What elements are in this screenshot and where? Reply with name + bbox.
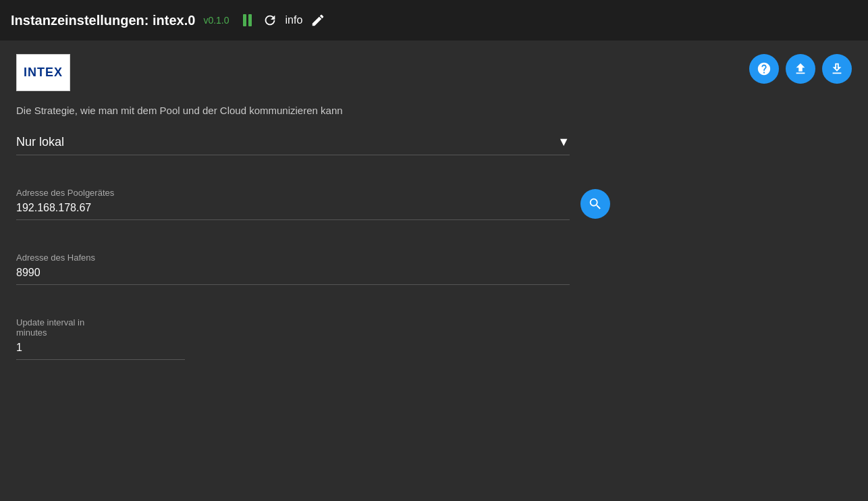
help-button[interactable] [749, 54, 779, 84]
port-address-section: Adresse des Hafens 8990 [16, 253, 852, 285]
update-interval-section: Update interval in minutes 1 [16, 317, 185, 360]
info-label[interactable]: info [286, 14, 303, 26]
port-address-label: Adresse des Hafens [16, 253, 852, 263]
upload-button[interactable] [786, 54, 815, 84]
version-label: v0.1.0 [203, 15, 229, 26]
logo-box: INTEX [16, 54, 70, 91]
pool-address-value[interactable]: 192.168.178.67 [16, 202, 570, 220]
pause-button[interactable] [240, 11, 254, 29]
header: Instanzeinstellungen: intex.0 v0.1.0 inf… [0, 0, 868, 41]
pool-address-row: Adresse des Poolgerätes 192.168.178.67 [16, 188, 852, 220]
strategy-value: Nur lokal [16, 135, 64, 149]
search-button[interactable] [580, 189, 610, 219]
pool-address-field: Adresse des Poolgerätes 192.168.178.67 [16, 188, 570, 220]
update-interval-value[interactable]: 1 [16, 342, 185, 360]
chevron-down-icon: ▼ [558, 135, 570, 149]
page-title: Instanzeinstellungen: intex.0 [11, 13, 195, 28]
pool-address-label: Adresse des Poolgerätes [16, 188, 570, 198]
edit-icon [310, 13, 325, 28]
pool-address-section: Adresse des Poolgerätes 192.168.178.67 [16, 188, 852, 220]
port-address-value[interactable]: 8990 [16, 267, 570, 285]
refresh-button[interactable] [260, 10, 280, 30]
refresh-icon [263, 13, 277, 28]
header-icons: info [240, 10, 329, 30]
strategy-select[interactable]: Nur lokal ▼ [16, 135, 570, 155]
upload-icon [793, 61, 808, 76]
download-button[interactable] [822, 54, 852, 84]
main-content: INTEX Die Strategie, wie man mit dem Poo… [0, 41, 868, 390]
edit-button[interactable] [308, 10, 328, 30]
logo-text: INTEX [24, 65, 63, 80]
logo-area: INTEX [16, 54, 852, 91]
strategy-field: Nur lokal ▼ [16, 135, 852, 155]
action-buttons [749, 54, 852, 84]
update-interval-label: Update interval in minutes [16, 317, 185, 338]
pause-icon [243, 14, 252, 26]
description-text: Die Strategie, wie man mit dem Pool und … [16, 105, 852, 116]
download-icon [830, 61, 844, 76]
help-icon [757, 61, 771, 76]
search-icon [588, 196, 603, 211]
